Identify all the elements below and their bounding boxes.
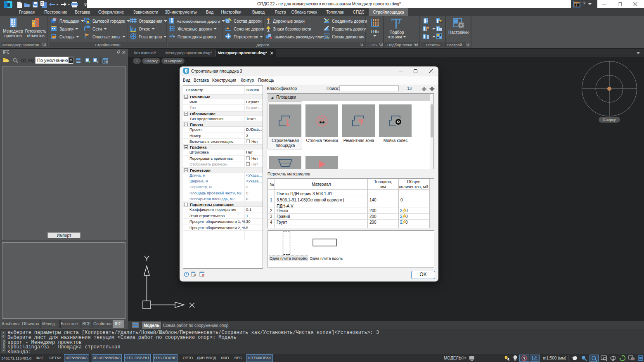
svg-text:?: ? [185, 272, 187, 276]
